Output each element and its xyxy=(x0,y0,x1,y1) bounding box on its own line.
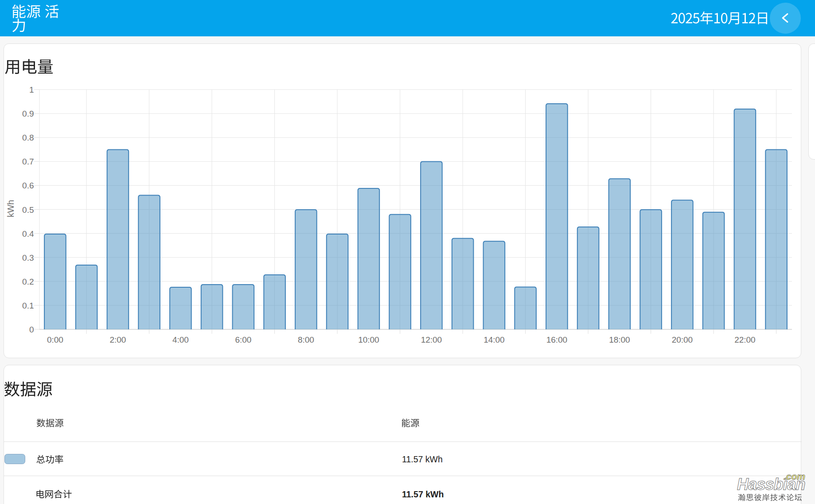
svg-text:kWh: kWh xyxy=(6,200,16,217)
svg-text:0.6: 0.6 xyxy=(22,181,34,190)
svg-text:22:00: 22:00 xyxy=(734,335,756,344)
svg-text:6:00: 6:00 xyxy=(235,335,251,344)
svg-text:14:00: 14:00 xyxy=(484,335,505,344)
svg-text:0:00: 0:00 xyxy=(47,335,63,344)
svg-text:0.9: 0.9 xyxy=(22,109,34,118)
svg-text:0.4: 0.4 xyxy=(22,229,34,238)
svg-text:18:00: 18:00 xyxy=(609,335,630,344)
svg-text:0.7: 0.7 xyxy=(22,157,34,166)
svg-text:20:00: 20:00 xyxy=(672,335,693,344)
svg-text:2:00: 2:00 xyxy=(109,335,126,344)
svg-text:16:00: 16:00 xyxy=(546,335,568,344)
svg-text:0.1: 0.1 xyxy=(22,301,34,310)
svg-text:0: 0 xyxy=(29,325,34,334)
svg-text:0.2: 0.2 xyxy=(22,277,34,286)
svg-text:12:00: 12:00 xyxy=(421,335,442,344)
svg-text:0.3: 0.3 xyxy=(22,253,34,262)
svg-text:4:00: 4:00 xyxy=(172,335,189,344)
svg-text:0.5: 0.5 xyxy=(22,205,34,215)
svg-text:10:00: 10:00 xyxy=(358,335,379,344)
svg-text:1: 1 xyxy=(29,85,34,94)
svg-text:8:00: 8:00 xyxy=(298,335,314,344)
svg-text:0.8: 0.8 xyxy=(22,133,34,142)
